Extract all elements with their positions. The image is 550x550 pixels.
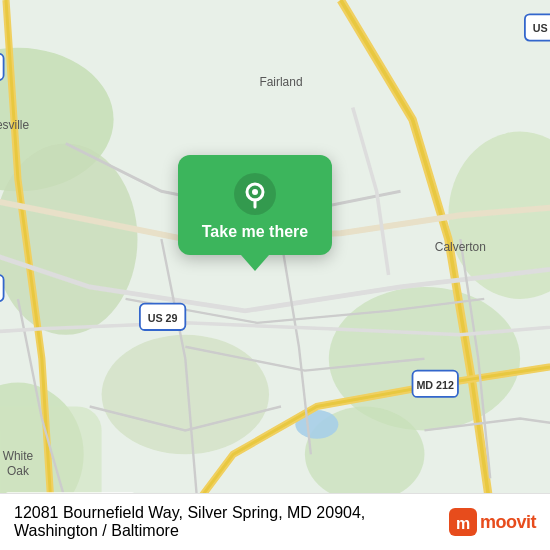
- svg-rect-12: [0, 54, 4, 80]
- svg-text:m: m: [456, 515, 470, 532]
- svg-text:MD 212: MD 212: [416, 379, 454, 391]
- address-line1: 12081 Bournefield Way, Silver Spring, MD…: [14, 504, 365, 522]
- svg-text:White: White: [3, 449, 34, 463]
- svg-text:US 29: US 29: [148, 312, 178, 324]
- moovit-text: moovit: [480, 512, 536, 533]
- button-overlay: Take me there: [155, 155, 355, 271]
- address-info: 12081 Bournefield Way, Silver Spring, MD…: [14, 504, 365, 540]
- moovit-logo-icon: m: [449, 508, 477, 536]
- svg-text:Fairland: Fairland: [259, 75, 302, 89]
- svg-text:Oak: Oak: [7, 464, 29, 478]
- card-pointer: [241, 255, 269, 271]
- map-background: US 29 MD 650 MD 650 MD 212 MD 212 US 29 …: [0, 0, 550, 550]
- location-pin-icon: [234, 173, 276, 215]
- address-line2: Washington / Baltimore: [14, 522, 365, 540]
- svg-text:Calverton: Calverton: [435, 240, 486, 254]
- map-container: US 29 MD 650 MD 650 MD 212 MD 212 US 29 …: [0, 0, 550, 550]
- moovit-logo[interactable]: m moovit: [449, 508, 536, 536]
- svg-text:US 29: US 29: [533, 22, 550, 34]
- svg-rect-14: [0, 275, 4, 301]
- svg-point-33: [252, 189, 258, 195]
- take-me-there-button[interactable]: Take me there: [178, 155, 332, 255]
- svg-text:Colesville: Colesville: [0, 118, 29, 132]
- bottom-bar: 12081 Bournefield Way, Silver Spring, MD…: [0, 493, 550, 550]
- take-me-there-label: Take me there: [202, 223, 308, 241]
